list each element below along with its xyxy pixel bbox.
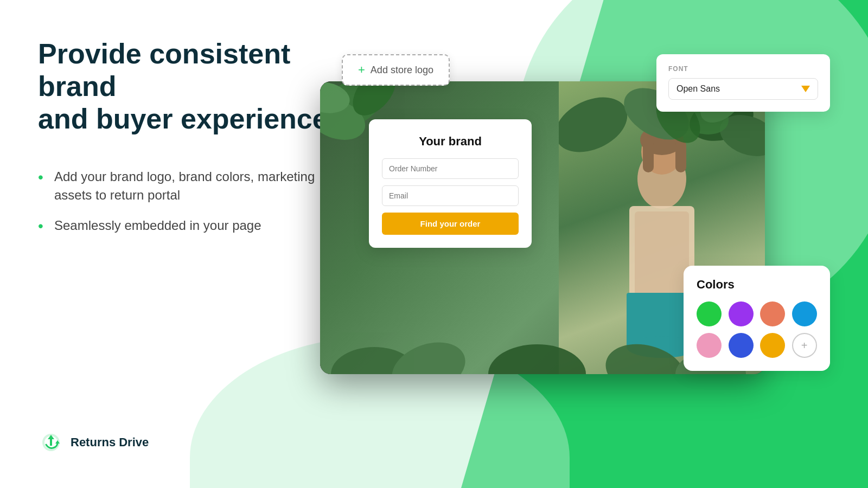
- dropdown-arrow-icon: [801, 86, 810, 92]
- heading-line1: Provide consistent brand: [38, 38, 290, 102]
- color-swatch-green[interactable]: [697, 301, 722, 326]
- plus-icon: +: [358, 63, 365, 77]
- add-store-logo-button[interactable]: + Add store logo: [342, 54, 450, 86]
- color-swatch-yellow[interactable]: [760, 333, 785, 358]
- color-swatch-coral[interactable]: [760, 301, 785, 326]
- add-store-logo-label: Add store logo: [371, 65, 433, 76]
- colors-panel-title: Colors: [697, 278, 817, 292]
- color-swatch-navy[interactable]: [729, 333, 754, 358]
- svg-rect-16: [635, 211, 689, 298]
- feature-item-2: Seamlessly embedded in your page: [38, 216, 353, 235]
- color-swatches-grid: +: [697, 301, 817, 358]
- feature-item-1: Add your brand logo, brand colors, marke…: [38, 168, 353, 204]
- font-select-value: Open Sans: [676, 84, 720, 94]
- colors-panel: Colors +: [684, 266, 830, 371]
- find-order-button[interactable]: Find your order: [382, 213, 519, 235]
- feature-list: Add your brand logo, brand colors, marke…: [38, 168, 353, 234]
- returns-drive-logo-icon: [38, 429, 64, 455]
- svg-point-24: [559, 87, 636, 163]
- add-color-button[interactable]: +: [792, 333, 817, 358]
- svg-point-11: [488, 344, 586, 374]
- font-select-dropdown[interactable]: Open Sans: [668, 78, 818, 100]
- font-panel: FONT Open Sans: [656, 54, 830, 112]
- color-swatch-pink[interactable]: [697, 333, 722, 358]
- left-panel: Provide consistent brand and buyer exper…: [38, 38, 353, 246]
- logo-text: Returns Drive: [71, 435, 149, 450]
- email-input[interactable]: [382, 185, 519, 206]
- main-heading: Provide consistent brand and buyer exper…: [38, 38, 353, 135]
- heading-line2: and buyer experience: [38, 103, 328, 134]
- logo-area: Returns Drive: [38, 429, 149, 455]
- font-panel-label: FONT: [668, 65, 818, 73]
- color-swatch-blue[interactable]: [792, 301, 817, 326]
- color-swatch-purple[interactable]: [729, 301, 754, 326]
